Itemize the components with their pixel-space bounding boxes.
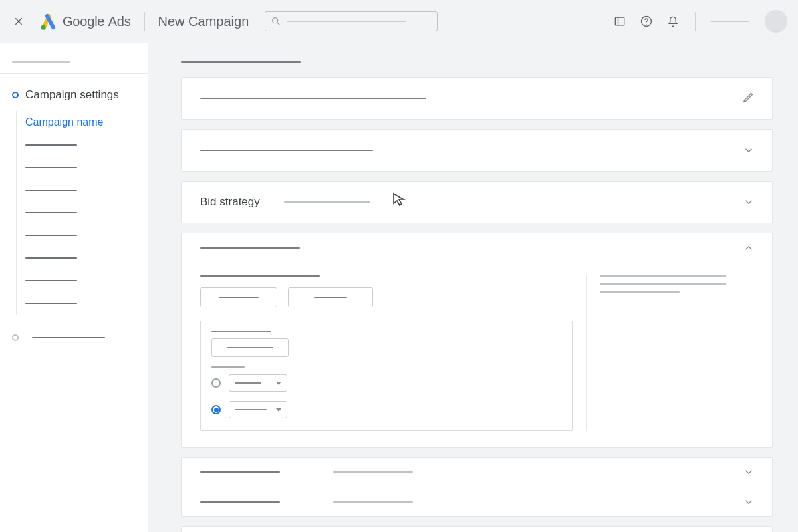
sidebar-next-label <box>32 337 105 338</box>
avatar[interactable] <box>765 10 787 33</box>
card-title: Bid strategy <box>200 196 260 209</box>
radio-dropdown-2[interactable] <box>229 401 287 418</box>
sidebar-item[interactable] <box>25 247 148 269</box>
chevron-down-icon <box>743 144 755 156</box>
chevron-down-icon <box>743 466 755 478</box>
close-button[interactable] <box>11 13 27 29</box>
row-value <box>333 501 413 503</box>
sidebar-sublist: Campaign name <box>0 106 148 321</box>
sidebar-step-marker-active <box>12 92 19 98</box>
help-text-line <box>600 275 726 277</box>
inner-sublabel <box>211 366 245 368</box>
row-label <box>200 471 280 473</box>
caret-down-icon <box>276 382 281 385</box>
help-text-line <box>600 291 680 293</box>
chip-row <box>200 287 573 307</box>
radio-circle[interactable] <box>211 378 221 388</box>
chip-option-2[interactable] <box>288 287 373 307</box>
row-value <box>333 471 413 473</box>
sidebar-item-campaign-name[interactable]: Campaign name <box>25 111 148 134</box>
sidebar-item[interactable] <box>25 292 148 315</box>
card-locations-languages <box>181 457 773 517</box>
header-actions <box>612 10 787 33</box>
radio-dropdown-1[interactable] <box>229 374 287 392</box>
card-title <box>200 150 373 151</box>
sidebar-item[interactable] <box>25 156 148 179</box>
search-input[interactable] <box>265 11 438 31</box>
inner-settings-box <box>200 321 573 431</box>
card-campaign-name[interactable] <box>181 77 773 120</box>
caret-down-icon <box>276 408 281 412</box>
main-content: Bid strategy <box>148 43 798 532</box>
card-start-end[interactable] <box>181 526 773 532</box>
section-label <box>200 275 320 277</box>
chip-option-1[interactable] <box>200 287 277 307</box>
app-header: Google Ads New Campaign <box>0 0 798 43</box>
sidebar-section-next[interactable] <box>0 321 148 341</box>
pencil-icon <box>741 90 756 104</box>
sidebar-item[interactable] <box>25 201 148 224</box>
card-row-languages[interactable] <box>182 487 772 516</box>
brand-logo: Google Ads <box>39 12 131 31</box>
expand-button[interactable] <box>741 195 756 209</box>
brand-text: Google Ads <box>63 14 131 29</box>
sidebar: Campaign settings Campaign name <box>0 43 148 532</box>
expand-button[interactable] <box>741 143 756 158</box>
card-bid-strategy[interactable]: Bid strategy <box>181 181 773 223</box>
sidebar-item[interactable] <box>25 179 148 201</box>
inner-label <box>211 331 271 332</box>
notifications-button[interactable] <box>666 14 680 29</box>
radio-circle-selected[interactable] <box>211 405 221 414</box>
sidebar-item[interactable] <box>25 134 148 156</box>
card-header[interactable] <box>182 233 772 263</box>
help-panel <box>586 275 753 431</box>
svg-point-4 <box>646 24 647 25</box>
radio-option-1[interactable] <box>211 374 561 392</box>
collapse-button[interactable] <box>741 241 756 255</box>
close-icon <box>13 16 24 27</box>
search-placeholder <box>287 21 406 22</box>
row-label <box>200 501 280 503</box>
help-text-line <box>600 283 726 285</box>
card-value <box>284 201 370 203</box>
card-body <box>182 263 772 447</box>
sidebar-step-marker-pending <box>12 334 19 341</box>
sidebar-section-title: Campaign settings <box>25 88 119 102</box>
inner-text-input[interactable] <box>211 338 289 357</box>
reports-icon <box>613 15 626 28</box>
svg-rect-2 <box>615 17 624 25</box>
card-budget <box>181 233 773 448</box>
bell-icon <box>666 15 680 28</box>
expand-button[interactable] <box>741 465 756 479</box>
chevron-up-icon <box>743 242 755 254</box>
edit-button[interactable] <box>741 90 756 107</box>
expand-button[interactable] <box>741 495 756 509</box>
radio-option-2[interactable] <box>211 401 561 418</box>
card-title <box>200 247 300 249</box>
chevron-down-icon <box>743 496 755 508</box>
sidebar-item[interactable] <box>25 224 148 247</box>
header-divider <box>144 12 145 31</box>
account-label <box>710 21 749 22</box>
sidebar-item-label: Campaign name <box>25 116 103 128</box>
google-ads-logo-icon <box>39 12 57 31</box>
svg-point-0 <box>41 25 46 30</box>
chevron-down-icon <box>743 196 755 208</box>
card-title <box>200 98 426 99</box>
search-icon <box>271 16 281 27</box>
page-title: New Campaign <box>158 14 249 29</box>
sidebar-section-campaign-settings[interactable]: Campaign settings <box>0 84 148 106</box>
card-networks[interactable] <box>181 129 773 172</box>
main-heading <box>181 61 301 63</box>
reports-button[interactable] <box>612 14 627 29</box>
sidebar-breadcrumb <box>12 61 70 63</box>
svg-point-1 <box>273 18 278 23</box>
help-button[interactable] <box>639 14 654 29</box>
header-divider-2 <box>695 12 696 31</box>
help-icon <box>640 15 653 28</box>
card-row-locations[interactable] <box>182 458 772 487</box>
sidebar-item[interactable] <box>25 269 148 292</box>
sidebar-divider <box>0 73 148 74</box>
